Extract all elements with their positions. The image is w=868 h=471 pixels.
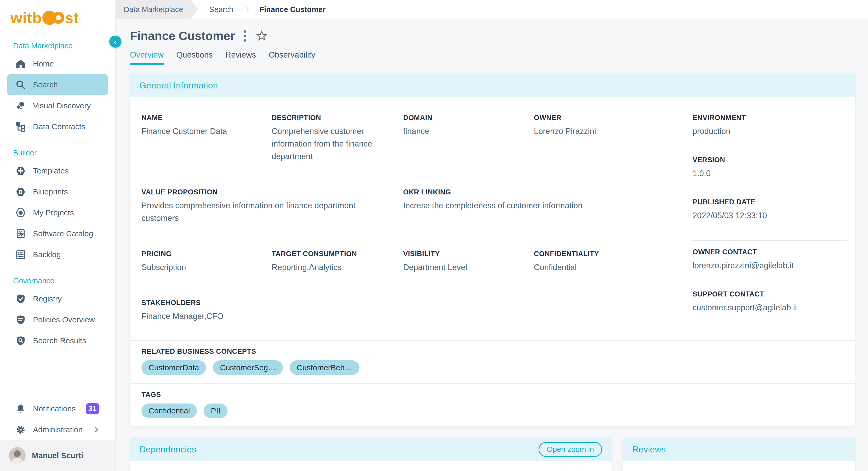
sidebar-section-builder: Builder: [13, 149, 115, 157]
sidebar-item-registry[interactable]: Registry: [7, 288, 108, 309]
witboost-logo: witb st: [0, 0, 115, 30]
field-confidentiality: CONFIDENTIALITY Confidential: [534, 250, 682, 274]
general-information-grid: NAME Finance Customer Data DESCRIPTION C…: [130, 97, 682, 340]
sidebar-item-label: Templates: [33, 167, 69, 175]
tab-overview[interactable]: Overview: [130, 50, 164, 65]
chevron-separator-icon: [243, 6, 249, 12]
breadcrumb-item-data-marketplace[interactable]: Data Marketplace: [116, 0, 198, 19]
section-label: RELATED BUSINESS CONCEPTS: [142, 348, 844, 356]
tags-section: TAGS Confidential PII: [130, 383, 855, 426]
hexagon-outline-icon: [15, 207, 26, 218]
sidebar-item-administration[interactable]: Administration: [7, 419, 108, 440]
field-target-consumption: TARGET CONSUMPTION Reporting,Analytics: [272, 250, 403, 274]
sidebar-item-label: Policies Overview: [33, 315, 95, 324]
avatar: [9, 447, 26, 464]
hexagon-b-icon: B: [15, 186, 26, 197]
shield-search-icon: [15, 335, 26, 346]
sidebar-item-visual-discovery[interactable]: Visual Discovery: [7, 95, 108, 116]
app-root: witb st Data Marketplace Home Search Vis…: [0, 0, 868, 471]
breadcrumb-item-search[interactable]: Search: [209, 5, 233, 14]
dependencies-graph: Finance CRM Finance Customer Customer In…: [130, 461, 612, 471]
content: Finance Customer Overview Questions Revi…: [116, 19, 868, 471]
sidebar-item-notifications[interactable]: Notifications 31: [7, 398, 108, 419]
title-row: Finance Customer: [130, 29, 855, 43]
logo-text-right: st: [65, 9, 79, 26]
related-business-concepts-section: RELATED BUSINESS CONCEPTS CustomerData C…: [130, 340, 855, 383]
hexagon-plus-icon: [15, 166, 26, 176]
chevron-right-icon: [93, 427, 98, 432]
sidebar-footer: Notifications 31 Administration Manuel S…: [0, 398, 115, 471]
tab-reviews[interactable]: Reviews: [225, 50, 256, 65]
sidebar-collapse-button[interactable]: ‹: [109, 36, 121, 48]
field-stakeholders: STAKEHOLDERS Finance Manager,CFO: [142, 299, 403, 323]
sidebar-item-software-catalog[interactable]: Software Catalog: [7, 223, 108, 244]
concept-chip[interactable]: CustomerSeg…: [213, 360, 283, 375]
sidebar-section-data-marketplace: Data Marketplace: [13, 41, 115, 50]
sidebar-item-my-projects[interactable]: My Projects: [7, 202, 108, 223]
kebab-menu-icon[interactable]: [243, 29, 247, 43]
sidebar-item-blueprints[interactable]: B Blueprints: [7, 181, 108, 202]
search-icon: [15, 79, 26, 90]
bottom-row: Dependencies Open zoom in Finance CRM: [130, 438, 855, 471]
sidebar-item-data-contracts[interactable]: Data Contracts: [7, 116, 108, 137]
sidebar-item-label: Backlog: [33, 250, 61, 259]
open-zoom-in-button[interactable]: Open zoom in: [538, 442, 602, 457]
sidebar-item-home[interactable]: Home: [7, 53, 108, 74]
tab-observability[interactable]: Observability: [269, 50, 315, 65]
user-profile[interactable]: Manuel Scurti: [0, 440, 115, 471]
field-description: DESCRIPTION Comprehensive customer infor…: [272, 114, 403, 163]
favorite-star-icon[interactable]: [256, 30, 268, 41]
sidebar-item-label: Blueprints: [33, 187, 68, 196]
schema-icon: [15, 121, 26, 132]
sidebar-item-search[interactable]: Search: [7, 74, 108, 95]
card-title: General Information: [140, 80, 218, 91]
tag-chip[interactable]: Confidential: [142, 404, 197, 418]
logo-text-left: witb: [10, 9, 42, 26]
user-name: Manuel Scurti: [32, 451, 84, 460]
sidebar-item-label: Search: [33, 80, 58, 89]
sidebar-item-backlog[interactable]: Backlog: [7, 244, 108, 265]
tag-chip[interactable]: PII: [204, 404, 227, 418]
divider: [692, 240, 847, 241]
sidebar-item-label: Search Results: [33, 336, 86, 345]
field-visibility: VISIBILITY Department Level: [403, 250, 534, 274]
field-owner-contact: OWNER CONTACT lorenzo.pirazzini@agilelab…: [692, 248, 847, 272]
breadcrumb: Data Marketplace Search Finance Customer: [116, 0, 868, 19]
graph-edges: [130, 461, 612, 471]
card-gear-icon: [15, 228, 26, 239]
page-title: Finance Customer: [130, 29, 235, 43]
main-area: Data Marketplace Search Finance Customer…: [116, 0, 868, 471]
tag-chips: Confidential PII: [142, 404, 844, 418]
bubbles-icon: [15, 100, 26, 111]
sidebar-item-policies-overview[interactable]: Policies Overview: [7, 309, 108, 330]
field-environment: ENVIRONMENT production: [692, 114, 847, 138]
bell-icon: [15, 403, 26, 414]
concept-chip[interactable]: CustomerBeh…: [290, 360, 360, 375]
list-icon: [15, 249, 26, 260]
sidebar-item-search-results[interactable]: Search Results: [7, 330, 108, 351]
shield-lines-icon: [15, 314, 26, 325]
tab-questions[interactable]: Questions: [176, 50, 213, 65]
field-domain: DOMAIN finance: [403, 114, 534, 138]
sidebar-item-label: Home: [33, 59, 54, 68]
sidebar-item-label: Administration: [33, 425, 83, 434]
sidebar-item-label: Visual Discovery: [33, 101, 91, 110]
breadcrumb-item-current: Finance Customer: [259, 5, 326, 14]
field-value-proposition: VALUE PROPOSITION Provides comprehensive…: [142, 188, 403, 225]
concept-chip[interactable]: CustomerData: [142, 360, 206, 375]
card-title: Reviews: [632, 444, 665, 454]
shield-check-icon: [15, 293, 26, 304]
reviews-body: PROJECT SCORE 4.00 3 Ratings: [623, 461, 855, 471]
notifications-badge: 31: [86, 403, 99, 414]
field-pricing: PRICING Subscription: [142, 250, 272, 274]
card-title: Dependencies: [140, 444, 196, 454]
field-okr-linking: OKR LINKING Increse the completeness of …: [403, 188, 682, 212]
sidebar-item-label: Notifications: [33, 404, 75, 413]
sidebar-item-label: Data Contracts: [33, 122, 85, 131]
sidebar-item-templates[interactable]: Templates: [7, 160, 108, 181]
concept-chips: CustomerData CustomerSeg… CustomerBeh…: [142, 360, 844, 375]
general-information-card: General Information NAME Finance Custome…: [130, 73, 855, 426]
sidebar-item-label: My Projects: [33, 208, 74, 217]
dependencies-card: Dependencies Open zoom in Finance CRM: [130, 438, 612, 471]
general-information-body: NAME Finance Customer Data DESCRIPTION C…: [130, 97, 855, 340]
